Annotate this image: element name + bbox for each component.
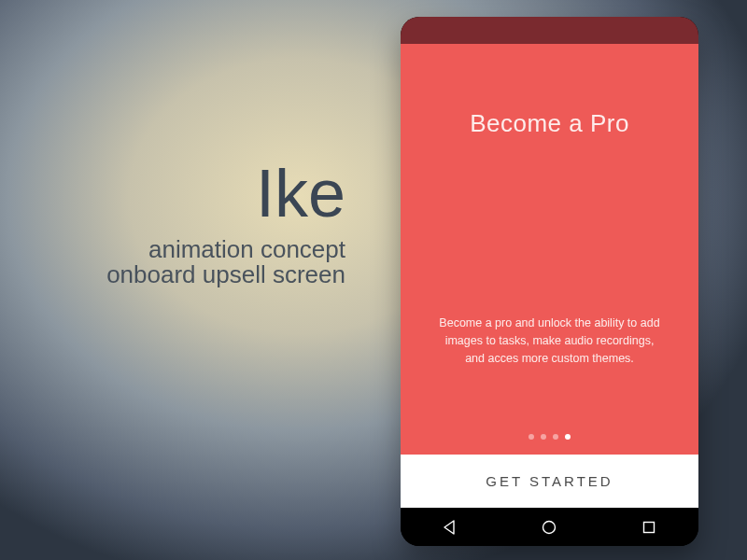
upsell-panel[interactable]: Become a Pro Become a pro and unlock the…	[401, 44, 698, 455]
nav-recents-button[interactable]	[612, 519, 686, 536]
page-indicator	[401, 434, 698, 440]
nav-back-button[interactable]	[413, 519, 487, 536]
promo-block: Ike animation concept onboard upsell scr…	[106, 159, 345, 287]
android-navbar	[401, 508, 698, 546]
back-triangle-icon	[442, 519, 458, 536]
phone-frame: Become a Pro Become a pro and unlock the…	[401, 17, 698, 546]
get-started-button[interactable]: GET STARTED	[401, 455, 698, 508]
promo-line-1: animation concept	[106, 237, 345, 262]
nav-home-button[interactable]	[512, 519, 586, 536]
cta-label: GET STARTED	[486, 473, 613, 489]
status-bar	[401, 17, 698, 44]
svg-rect-1	[643, 522, 654, 532]
promo-title: Ike	[106, 159, 345, 230]
upsell-headline: Become a Pro	[401, 44, 698, 138]
home-circle-icon	[541, 519, 557, 536]
promo-line-2: onboard upsell screen	[106, 262, 345, 287]
recents-square-icon	[641, 519, 657, 536]
svg-point-0	[543, 521, 556, 533]
pager-dot[interactable]	[541, 434, 546, 440]
pager-dot[interactable]	[553, 434, 558, 440]
pager-dot[interactable]	[529, 434, 534, 440]
upsell-body: Become a pro and unlock the ability to a…	[401, 315, 698, 367]
pager-dot-active[interactable]	[565, 434, 571, 440]
stage: Ike animation concept onboard upsell scr…	[0, 0, 747, 560]
